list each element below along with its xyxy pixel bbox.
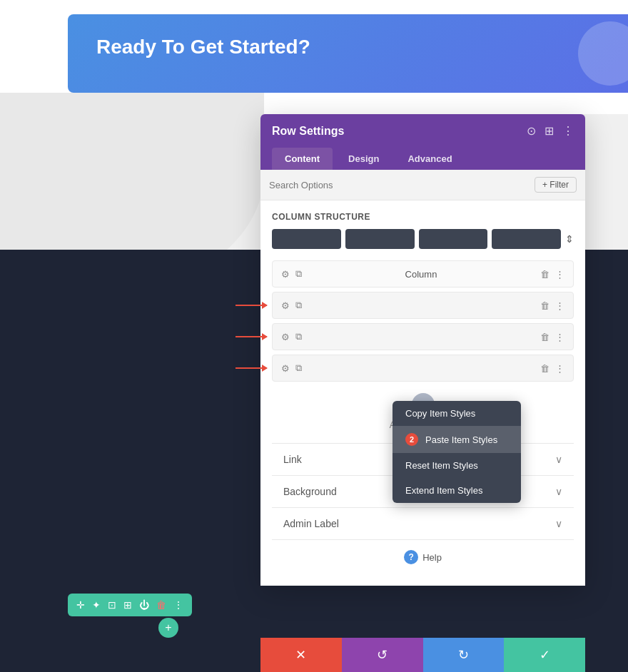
more-options-icon[interactable]: ⋮ (562, 124, 574, 138)
panel-body: Column Structure ⇕ ⚙ ⧉ Column 🗑 ⋮ (260, 200, 585, 586)
row-left-icons: ⚙ ⧉ (281, 362, 302, 374)
col-btn-2[interactable] (345, 229, 415, 249)
delete-row-icon[interactable]: 🗑 (540, 269, 550, 280)
row-label: Column (302, 269, 540, 280)
settings-icon[interactable]: ✦ (92, 599, 101, 611)
copy-icon[interactable]: ⧉ (295, 331, 302, 342)
column-structure-label: Column Structure (272, 212, 574, 222)
row-settings-panel: Row Settings ⊙ ⊞ ⋮ Content Design Advanc… (260, 114, 585, 586)
tab-content[interactable]: Content (272, 148, 333, 170)
row-left-icons: ⚙ ⧉ (281, 331, 302, 342)
help-label: Help (422, 552, 442, 563)
chevron-down-icon: ∨ (555, 486, 562, 497)
row-right-icons: 🗑 ⋮ (540, 363, 564, 374)
duplicate-icon[interactable]: ⊡ (108, 599, 116, 611)
badge: 2 (405, 433, 418, 446)
row-right-icons: 🗑 ⋮ (540, 269, 564, 280)
search-input[interactable] (269, 180, 535, 190)
row-left-icons: ⚙ ⧉ (281, 268, 302, 280)
row-left-icons: ⚙ ⧉ (281, 300, 302, 311)
column-structure: ⇕ (272, 229, 574, 249)
col-btn-1[interactable] (272, 229, 341, 249)
search-bar: + Filter (260, 170, 585, 200)
panel-tabs: Content Design Advanced (260, 148, 585, 170)
panel-header: Row Settings ⊙ ⊞ ⋮ (260, 114, 585, 148)
col-btn-4[interactable] (492, 229, 561, 249)
grid-icon[interactable]: ⊞ (123, 599, 132, 611)
gear-icon[interactable]: ⚙ (281, 269, 290, 280)
chevron-down-icon: ∨ (555, 454, 562, 465)
table-row: ⚙ ⧉ Column 🗑 ⋮ (272, 260, 574, 287)
row-right-icons: 🗑 ⋮ (540, 332, 564, 342)
copy-icon[interactable]: ⧉ (295, 362, 302, 374)
col-arrows-icon[interactable]: ⇕ (565, 233, 574, 245)
gear-icon[interactable]: ⚙ (281, 300, 290, 311)
copy-icon[interactable]: ⧉ (295, 300, 302, 311)
power-icon[interactable]: ⏻ (139, 599, 149, 611)
delete-row-icon[interactable]: 🗑 (540, 300, 550, 311)
gear-icon[interactable]: ⚙ (281, 332, 290, 342)
undo-button[interactable]: ↺ (342, 638, 423, 672)
table-row: ⚙ ⧉ 🗑 ⋮ Copy Item Styles 2 Paste Item St… (272, 323, 574, 350)
help-icon: ? (404, 550, 418, 564)
row-more-icon[interactable]: ⋮ (555, 363, 564, 374)
copy-icon[interactable]: ⧉ (295, 268, 302, 280)
delete-row-icon[interactable]: 🗑 (540, 332, 550, 342)
context-menu: Copy Item Styles 2 Paste Item Styles Res… (392, 401, 521, 503)
redo-button[interactable]: ↻ (423, 638, 505, 672)
layout-icon[interactable]: ⊞ (545, 124, 554, 138)
delete-icon[interactable]: 🗑 (156, 599, 166, 611)
move-icon[interactable]: ✛ (76, 599, 85, 611)
cancel-button[interactable]: ✕ (260, 638, 342, 672)
table-row: ⚙ ⧉ 🗑 ⋮ (272, 292, 574, 319)
accordion-admin-label-text: Admin Label (283, 518, 339, 529)
tab-advanced[interactable]: Advanced (395, 148, 465, 170)
copy-item-styles[interactable]: Copy Item Styles (392, 401, 521, 426)
accordion-link-label: Link (283, 454, 302, 465)
delete-row-icon[interactable]: 🗑 (540, 363, 550, 374)
help-section: ? Help (272, 539, 574, 574)
banner-circle (578, 21, 628, 86)
reset-item-styles[interactable]: Reset Item Styles (392, 453, 521, 478)
save-button[interactable]: ✓ (504, 638, 585, 672)
gear-icon[interactable]: ⚙ (281, 363, 290, 374)
fullscreen-icon[interactable]: ⊙ (527, 124, 536, 138)
filter-button[interactable]: + Filter (535, 177, 577, 193)
row-right-icons: 🗑 ⋮ (540, 300, 564, 311)
add-element-button[interactable]: + (158, 618, 178, 638)
table-row: ⚙ ⧉ 🗑 ⋮ (272, 355, 574, 382)
panel-title: Row Settings (272, 125, 344, 138)
tab-design[interactable]: Design (335, 148, 392, 170)
chevron-down-icon: ∨ (555, 518, 562, 529)
paste-item-styles[interactable]: 2 Paste Item Styles (392, 426, 521, 453)
row-more-icon[interactable]: ⋮ (555, 269, 564, 280)
accordion-background-label: Background (283, 486, 337, 497)
accordion-admin-label[interactable]: Admin Label ∨ (272, 507, 574, 539)
col-btn-3[interactable] (419, 229, 488, 249)
header-icons: ⊙ ⊞ ⋮ (527, 124, 574, 138)
row-more-icon[interactable]: ⋮ (555, 300, 564, 311)
extend-item-styles[interactable]: Extend Item Styles (392, 478, 521, 503)
more-icon[interactable]: ⋮ (173, 599, 183, 611)
row-more-icon[interactable]: ⋮ (555, 332, 564, 342)
bottom-action-bar: ✕ ↺ ↻ ✓ (260, 638, 585, 672)
element-toolbar: ✛ ✦ ⊡ ⊞ ⏻ 🗑 ⋮ (68, 594, 192, 616)
banner-title: Ready To Get Started? (68, 14, 339, 80)
